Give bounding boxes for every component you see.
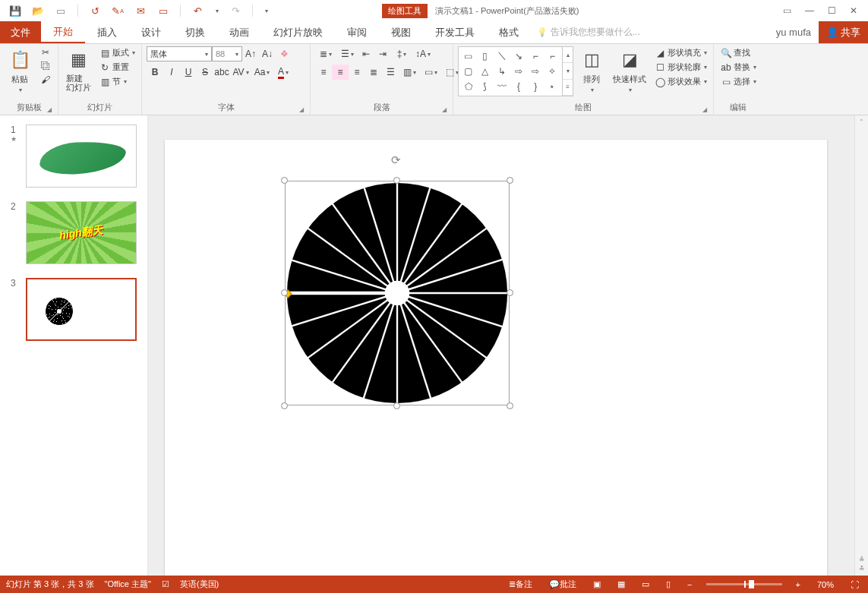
- normal-view-icon[interactable]: ▣: [590, 579, 604, 589]
- drawing-launcher[interactable]: ◢: [702, 106, 707, 113]
- line-spacing-button[interactable]: ‡▾: [391, 46, 412, 62]
- underline-button[interactable]: U: [180, 65, 197, 80]
- font-name-combo[interactable]: 黑体▾: [147, 46, 212, 62]
- fit-to-window-icon[interactable]: ⛶: [847, 580, 862, 589]
- section-button[interactable]: ▥节▾: [97, 75, 137, 88]
- shape-elbow2-icon[interactable]: ⌐: [544, 49, 560, 63]
- tab-developer[interactable]: 开发工具: [423, 21, 487, 43]
- tab-transitions[interactable]: 切换: [173, 21, 217, 43]
- vertical-scrollbar[interactable]: ˄ ≜ ≛: [854, 115, 868, 576]
- shape-tri-icon[interactable]: △: [477, 64, 493, 78]
- shape-textbox-icon[interactable]: ▭: [460, 49, 476, 63]
- font-color-button[interactable]: A▾: [273, 65, 294, 80]
- shape-rbrace-icon[interactable]: }: [528, 80, 544, 94]
- undo-icon[interactable]: ↶: [191, 5, 204, 17]
- shape-elbow-icon[interactable]: ⌐: [528, 49, 544, 63]
- slide-thumbnail-panel[interactable]: 1★ 2 high翻天 3: [0, 115, 148, 576]
- save-icon[interactable]: 💾: [9, 5, 21, 17]
- resize-handle-ne[interactable]: [507, 177, 513, 184]
- find-button[interactable]: 🔍查找: [718, 46, 758, 59]
- zoom-in-button[interactable]: +: [793, 580, 803, 589]
- shape-penta-icon[interactable]: ⬠: [460, 80, 476, 94]
- language[interactable]: 英语(美国): [180, 579, 219, 590]
- resize-handle-se[interactable]: [507, 402, 513, 409]
- collapse-ribbon-icon[interactable]: ˄: [860, 118, 863, 126]
- shape-elbow-arrow-icon[interactable]: ↳: [494, 64, 510, 78]
- zoom-level[interactable]: 70%: [814, 580, 837, 589]
- minimize-icon[interactable]: —: [805, 5, 814, 16]
- shape-freeform-icon[interactable]: 〰: [494, 80, 510, 94]
- next-slide-icon[interactable]: ≛: [859, 565, 865, 572]
- share-button[interactable]: 👤共享: [819, 21, 868, 43]
- shape-vtextbox-icon[interactable]: ▯: [477, 49, 493, 63]
- tab-home[interactable]: 开始: [41, 21, 85, 43]
- undo-dropdown[interactable]: ▾: [216, 8, 219, 14]
- paste-button[interactable]: 📋 粘贴 ▾: [5, 46, 35, 95]
- tab-review[interactable]: 审阅: [335, 21, 379, 43]
- slideshow-view-icon[interactable]: ▯: [663, 579, 674, 589]
- tell-me-search[interactable]: 告诉我您想要做什么...: [537, 21, 640, 43]
- comments-button[interactable]: 💬 批注: [546, 579, 579, 590]
- thumb-preview-3[interactable]: [26, 278, 137, 341]
- reading-view-icon[interactable]: ▭: [639, 579, 652, 589]
- spelling-icon[interactable]: ✎A: [112, 5, 124, 17]
- thumb-slide-2[interactable]: 2 high翻天: [11, 201, 137, 264]
- tab-insert[interactable]: 插入: [85, 21, 129, 43]
- tab-animations[interactable]: 动画: [217, 21, 261, 43]
- numbering-button[interactable]: ☰▾: [336, 46, 358, 62]
- email-icon[interactable]: ✉: [134, 5, 147, 17]
- shapes-gallery[interactable]: ▭▯＼↘⌐⌐ ▢△↳⇨⇨✧ ⬠⟆〰{}⋆: [458, 46, 563, 96]
- zoom-slider[interactable]: [706, 583, 782, 585]
- align-text-button[interactable]: ▭▾: [420, 65, 441, 80]
- shape-lbrace-icon[interactable]: {: [510, 80, 526, 94]
- text-direction-button[interactable]: ↕A▾: [412, 46, 434, 62]
- copy-button[interactable]: ⿻: [38, 60, 53, 72]
- bold-button[interactable]: B: [147, 65, 163, 80]
- tab-design[interactable]: 设计: [129, 21, 173, 43]
- thumb-preview-2[interactable]: high翻天: [26, 201, 137, 264]
- slide-counter[interactable]: 幻灯片 第 3 张，共 3 张: [6, 579, 94, 590]
- resize-handle-sw[interactable]: [281, 402, 288, 409]
- tab-file[interactable]: 文件: [0, 21, 41, 43]
- shadow-button[interactable]: abc: [213, 65, 230, 80]
- select-button[interactable]: ▭选择▾: [718, 75, 758, 88]
- tab-view[interactable]: 视图: [379, 21, 423, 43]
- shape-block-arrow-icon[interactable]: ⇨: [510, 64, 526, 78]
- quick-print-icon[interactable]: ↺: [89, 5, 101, 17]
- shape-outline-button[interactable]: ☐形状轮廓▾: [652, 61, 709, 74]
- new-slide-button[interactable]: ▦ 新建 幻灯片: [63, 46, 94, 93]
- tab-slideshow[interactable]: 幻灯片放映: [261, 21, 335, 43]
- spell-check-icon[interactable]: ☑: [162, 579, 169, 589]
- notes-button[interactable]: ≣ 备注: [506, 579, 535, 590]
- shapes-gallery-scroll[interactable]: ▴▾≡: [563, 46, 573, 96]
- paragraph-launcher[interactable]: ◢: [442, 106, 447, 113]
- theme-name[interactable]: "Office 主题": [105, 579, 151, 590]
- resize-handle-nw[interactable]: [281, 177, 288, 184]
- shape-arrow-icon[interactable]: ↘: [510, 49, 526, 63]
- maximize-icon[interactable]: ☐: [828, 5, 836, 16]
- zoom-out-button[interactable]: −: [684, 580, 695, 589]
- format-painter-button[interactable]: 🖌: [38, 74, 53, 86]
- columns-button[interactable]: ▥▾: [399, 65, 420, 80]
- resize-handle-s[interactable]: [393, 402, 400, 409]
- open-icon[interactable]: 📂: [32, 5, 44, 17]
- dec-indent-button[interactable]: ⇤: [358, 46, 374, 62]
- font-size-combo[interactable]: 88▾: [212, 46, 242, 62]
- shape-block-arrow2-icon[interactable]: ⇨: [528, 64, 544, 78]
- shape-line-icon[interactable]: ＼: [494, 49, 510, 63]
- qat-customize[interactable]: ▾: [265, 8, 268, 14]
- replace-button[interactable]: ab替换▾: [718, 61, 758, 74]
- rotate-handle-icon[interactable]: ⟳: [391, 153, 403, 166]
- resize-handle-w[interactable]: [281, 289, 288, 296]
- shape-4arrow-icon[interactable]: ✧: [544, 64, 560, 78]
- shape-fill-button[interactable]: ◢形状填充▾: [652, 46, 709, 59]
- thumb-slide-1[interactable]: 1★: [11, 125, 137, 188]
- redo-icon[interactable]: ↷: [229, 5, 241, 17]
- align-center-button[interactable]: ≡: [332, 65, 349, 80]
- prev-slide-icon[interactable]: ≜: [859, 556, 865, 563]
- align-right-button[interactable]: ≡: [349, 65, 365, 80]
- quick-styles-button[interactable]: ◪ 快速样式▾: [610, 46, 649, 95]
- clear-format-button[interactable]: ❖: [276, 46, 292, 62]
- thumb-slide-3[interactable]: 3: [11, 278, 137, 341]
- selected-shape[interactable]: ⟳: [285, 181, 510, 405]
